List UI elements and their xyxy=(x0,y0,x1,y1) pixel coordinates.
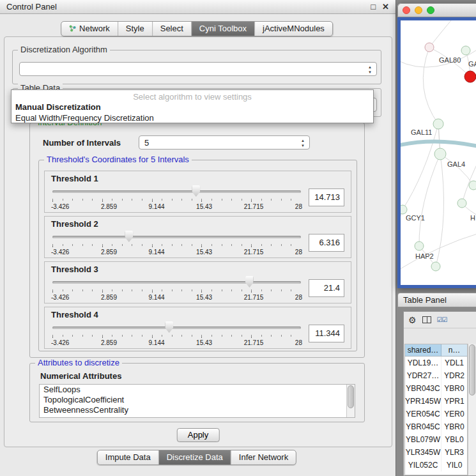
network-canvas[interactable]: GAL80GAGAL11GAL4GCY1HHAP2 xyxy=(397,17,476,288)
table-row[interactable]: YPR145WYPR1 xyxy=(405,395,467,408)
numerical-attribute-item[interactable]: BetweennessCentrality xyxy=(40,405,355,415)
table-row[interactable]: YDL19…YDL1 xyxy=(405,357,467,369)
network-node[interactable] xyxy=(433,119,443,129)
slider-thumb[interactable] xyxy=(192,185,200,197)
slider-tick-label: 2.859 xyxy=(101,203,117,210)
tab-network[interactable]: Network xyxy=(61,22,118,36)
apply-button[interactable]: Apply xyxy=(177,428,220,442)
threshold-value-box[interactable]: 21.4 xyxy=(309,279,344,297)
slider-track[interactable] xyxy=(52,190,301,193)
table-scrollbar[interactable] xyxy=(468,344,476,475)
network-edge[interactable] xyxy=(440,154,473,185)
slider-thumb[interactable] xyxy=(165,321,173,333)
network-node[interactable] xyxy=(434,148,446,160)
network-window-titlebar[interactable] xyxy=(397,3,476,17)
network-edge[interactable] xyxy=(403,124,438,210)
close-traffic-icon[interactable] xyxy=(403,6,410,14)
slider-tick-label: -3.426 xyxy=(51,203,69,210)
slider-ticks-icon xyxy=(52,244,301,247)
table-cell: YBL079W xyxy=(405,433,441,446)
network-edge[interactable] xyxy=(423,47,438,124)
slider-track[interactable] xyxy=(52,281,301,284)
tab-label: Cyni Toolbox xyxy=(199,24,247,33)
table-cell: YDL1 xyxy=(441,357,467,369)
slider-track[interactable] xyxy=(52,236,301,238)
table-panel-titlebar[interactable]: Table Panel xyxy=(397,293,476,307)
slider-track[interactable] xyxy=(52,326,301,329)
network-node[interactable] xyxy=(469,181,476,190)
network-edge[interactable] xyxy=(401,141,476,147)
threshold-slider[interactable]: -3.4262.8599.14415.4321.71528 xyxy=(51,184,302,212)
table-cell: YER054C xyxy=(405,408,441,420)
attributes-to-discretize-label: Attributes to discretize xyxy=(35,358,122,367)
gear-icon[interactable]: ⚙ xyxy=(408,316,417,325)
tab-cyni-toolbox[interactable]: Cyni Toolbox xyxy=(192,22,255,36)
slider-thumb[interactable] xyxy=(245,276,254,288)
threshold-value-box[interactable]: 6.316 xyxy=(309,234,344,252)
network-node[interactable] xyxy=(461,46,470,55)
list-scrollbar-thumb[interactable] xyxy=(348,385,354,408)
network-node[interactable] xyxy=(401,205,407,214)
table-cell: YBL0 xyxy=(441,433,467,446)
control-panel-titlebar[interactable]: Control Panel □ ✕ xyxy=(0,0,395,14)
tab-label: Network xyxy=(79,24,110,33)
column-header[interactable]: shared… xyxy=(405,344,441,356)
numerical-attributes-listbox[interactable]: SelfLoopsTopologicalCoefficientBetweenne… xyxy=(39,384,355,418)
table-row[interactable]: YBR045CYBR0 xyxy=(405,420,467,433)
show-columns-icon[interactable] xyxy=(422,316,431,323)
slider-tick-label: -3.426 xyxy=(51,294,69,301)
threshold-slider[interactable]: -3.4262.8599.14415.4321.71528 xyxy=(51,275,302,303)
table-row[interactable]: YDR27…YDR2 xyxy=(405,369,467,382)
network-edge[interactable] xyxy=(429,20,454,47)
bottom-tab-discretize-data[interactable]: Discretize Data xyxy=(159,450,231,464)
table-row[interactable]: YIL052CYIL0 xyxy=(405,459,467,472)
column-header[interactable]: n… xyxy=(441,344,467,356)
slider-tick-label: 28 xyxy=(295,249,302,256)
threshold-value-box[interactable]: 11.344 xyxy=(309,325,344,342)
network-node[interactable] xyxy=(415,242,424,250)
bottom-tab-infer-network[interactable]: Infer Network xyxy=(231,450,296,464)
float-window-icon[interactable]: □ xyxy=(371,3,376,11)
slider-tick-label: 2.859 xyxy=(101,294,117,301)
close-icon[interactable]: ✕ xyxy=(382,3,389,11)
algorithm-option[interactable]: Manual Discretization xyxy=(12,102,373,112)
minimize-traffic-icon[interactable] xyxy=(415,6,422,14)
numerical-attribute-item[interactable]: SelfLoops xyxy=(40,385,355,395)
network-node[interactable] xyxy=(431,262,440,271)
table-cell: YLR345W xyxy=(405,446,441,459)
table-panel-title: Table Panel xyxy=(403,295,447,305)
network-graph[interactable]: GAL80GAGAL11GAL4GCY1HHAP2 xyxy=(401,20,476,285)
table-scrollbar-thumb[interactable] xyxy=(469,344,475,395)
slider-thumb[interactable] xyxy=(125,231,133,242)
table-row[interactable]: YBL079WYBL0 xyxy=(405,433,467,446)
network-node[interactable] xyxy=(464,71,476,82)
table-row[interactable]: YLR345WYLR3 xyxy=(405,446,467,459)
table-cell: YIL0 xyxy=(441,459,467,472)
threshold-value-box[interactable]: 14.713 xyxy=(309,188,344,206)
number-of-intervals-select[interactable]: 5 xyxy=(139,135,310,150)
network-edge[interactable] xyxy=(436,154,444,266)
threshold-slider[interactable]: -3.4262.8599.14415.4321.71528 xyxy=(51,229,302,257)
threshold-slider[interactable]: -3.4262.8599.14415.4321.71528 xyxy=(51,320,302,348)
table-row[interactable]: YER054CYER0 xyxy=(405,408,467,420)
tab-jactivemnodules[interactable]: jActiveMNodules xyxy=(255,22,332,36)
tab-style[interactable]: Style xyxy=(118,22,153,36)
table-row[interactable]: YBR043CYBR0 xyxy=(405,382,467,395)
tab-label: Infer Network xyxy=(239,452,288,462)
tab-select[interactable]: Select xyxy=(153,22,192,36)
node-label: GCY1 xyxy=(406,214,425,222)
algorithm-option[interactable]: Equal Width/Frequency Discretization xyxy=(12,112,373,123)
zoom-traffic-icon[interactable] xyxy=(427,6,434,14)
network-edge[interactable] xyxy=(419,154,440,246)
slider-ticks-icon xyxy=(52,199,301,202)
algorithm-select[interactable] xyxy=(19,62,377,76)
select-columns-icon[interactable]: ☑☑ xyxy=(437,316,447,323)
numerical-attribute-item[interactable]: TopologicalCoefficient xyxy=(40,395,355,405)
table-cell: YDR27… xyxy=(405,369,441,382)
node-label: GAL4 xyxy=(447,160,465,168)
network-node[interactable] xyxy=(425,43,434,52)
bottom-tab-impute-data[interactable]: Impute Data xyxy=(98,450,159,464)
list-scrollbar[interactable] xyxy=(346,385,355,417)
network-node[interactable] xyxy=(457,199,466,208)
slider-tick-label: 9.144 xyxy=(149,294,165,301)
